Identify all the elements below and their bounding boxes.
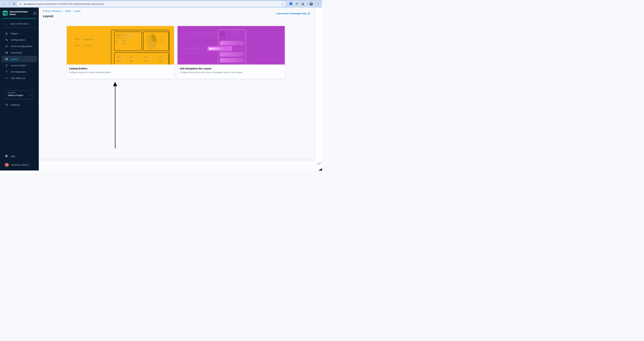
puzzle-icon [5,32,8,35]
sidebar-item-label: OAuth Configurations [11,45,32,48]
sidebar-item-url-allow-list[interactable]: URL Allow List [3,75,36,81]
header-divider [39,20,316,21]
learn-more-link[interactable]: Learn more in Developer Hub [276,12,310,15]
sidebar-item-label: URL Allow List [11,77,25,80]
mock-yaml-line: kind : component [74,38,94,41]
brand: Internal Developer Portal [0,8,39,18]
url-text[interactable]: qa.harness.io/ng/account/zEaak-FLS425IEO… [24,3,104,5]
harness-idp-logo-icon [3,11,8,16]
pipelines-icon [5,103,8,106]
content-bottom-area [39,161,316,171]
sidebar: Internal Developer Portal ← Back to Main… [0,8,39,171]
layout-cards: kind : component type : service [66,26,285,79]
browser-toolbar: ← → ↻ qa.harness.io/ng/account/zEaak-FLS… [0,0,322,8]
person-icon [5,64,8,67]
extensions-puzzle-icon[interactable] [301,2,305,6]
catalog-card-illustration: kind : component type : service [67,26,174,65]
sidebar-item-layout[interactable]: Layout [2,56,37,62]
gears-icon [5,39,8,41]
sidebar-item-configurations[interactable]: Configurations [3,37,36,43]
mock-pie-chart [146,34,157,49]
sidebar-bottom: ? Help HM Himanshu Mishra [0,153,39,171]
layout-icon [5,58,8,61]
back-to-main-menu[interactable]: ← Back to Main Menu [5,22,36,25]
mock-nav-item [220,58,244,63]
lock-icon [5,45,8,48]
card-title: Side Navigation Bar Layout [180,67,285,70]
brand-underline [3,18,36,19]
sidebar-item-label: Layout [11,58,18,60]
link-icon [5,77,8,80]
breadcrumb-admin[interactable]: Admin [65,10,71,12]
external-link-icon [308,13,310,15]
user-name: Himanshu Mishra [11,164,28,166]
arrow-left-icon: ← [5,22,8,25]
onepassword-extension-icon[interactable]: ❘ [289,2,293,6]
sidebar-item-access-control[interactable]: Access Control [3,62,36,69]
url-bar[interactable]: qa.harness.io/ng/account/zEaak-FLS425IEO… [17,1,286,7]
scorecard-icon [5,51,8,54]
forward-icon[interactable]: → [7,2,11,6]
brand-title: Internal Developer Portal [10,11,29,16]
mock-panel-about [114,32,142,51]
sidenav-card-illustration: ok /drone/go-scm/scm/driver/bitbucket sk… [178,26,285,65]
catalog-entities-card[interactable]: kind : component type : service [66,26,174,79]
sidebar-item-plugins[interactable]: Plugins [3,30,36,37]
help-chat-icon: ? [5,155,8,158]
breadcrumb-layout[interactable]: Layout [74,10,80,12]
user-profile[interactable]: HM Himanshu Mishra [3,161,36,168]
git-branch-icon [5,70,8,73]
mock-panel-chart [143,32,169,51]
project-value: Select a Project [8,94,31,97]
breadcrumb-separator: › [72,10,73,12]
sidebar-item-oauth-configurations[interactable]: OAuth Configurations [3,43,36,49]
sidebar-item-git-integrations[interactable]: Git Integrations [3,69,36,75]
breadcrumb-separator: › [63,10,64,12]
url-path: /ng/account/zEaak-FLS425IEO7OLzMUg/modul… [37,3,104,5]
toolbar-separator [307,2,308,5]
side-navigation-card[interactable]: ok /drone/go-scm/scm/driver/bitbucket sk… [177,26,285,79]
sidebar-item-label: Pipelines [11,104,20,106]
sidebar-item-label: Access Control [11,64,26,67]
breadcrumb-account[interactable]: Account: Harness.io [43,10,62,12]
back-icon[interactable]: ← [1,2,6,6]
support-chat-icon[interactable] [317,161,321,165]
page-title: Layout [43,14,53,18]
app-grid-icon[interactable] [34,12,36,15]
bookmark-star-icon[interactable]: ☆ [282,2,284,6]
chevron-right-icon: › [30,94,31,96]
mouse-cursor [318,168,322,171]
card-title: Catalog Entities [69,67,174,70]
browser-profile-avatar[interactable] [309,2,313,6]
sidebar-item-label: Git Integrations [11,71,26,73]
screen: ← → ↻ qa.harness.io/ng/account/zEaak-FLS… [0,0,322,171]
mock-nav-item [220,41,244,45]
breadcrumb: Account: Harness.io › Admin › Layout [43,10,80,12]
project-selector[interactable]: PROJECT Select a Project › [6,90,33,99]
sidebar-item-label: Configurations [11,39,25,41]
mock-yaml-line: type : service [74,44,92,47]
back-label: Back to Main Menu [10,23,29,25]
sidebar-item-label: Scorecards [11,51,22,54]
help-item[interactable]: ? Help [3,153,36,159]
annotation-arrow-up [113,82,117,149]
reload-icon[interactable]: ↻ [12,2,16,6]
content-bottom-band [39,159,316,161]
card-description: Configure the position and names of navi… [180,71,285,74]
project-label: PROJECT [8,92,31,94]
catalog-card-footer: Catalog Entities Configure layouts for v… [67,65,174,74]
browser-menu-icon[interactable]: ⋮ [316,2,320,6]
main-content: Account: Harness.io › Admin › Layout Lay… [39,8,322,171]
sidebar-item-pipelines[interactable]: Pipelines [3,102,36,108]
url-domain: qa.harness.io [24,3,37,5]
mock-logo-outline [220,32,225,37]
sidebar-menu: Plugins Configurations [3,27,36,81]
mock-nav-item-selected [208,46,232,51]
sidebar-item-scorecards[interactable]: Scorecards [3,49,36,56]
right-rail [316,8,322,171]
loading-extension-icon[interactable]: ✳ [295,2,298,6]
user-avatar: HM [5,163,9,167]
mock-panel-table [114,52,169,65]
site-settings-icon[interactable] [19,3,22,5]
sidenav-card-footer: Side Navigation Bar Layout Configure the… [178,65,285,74]
